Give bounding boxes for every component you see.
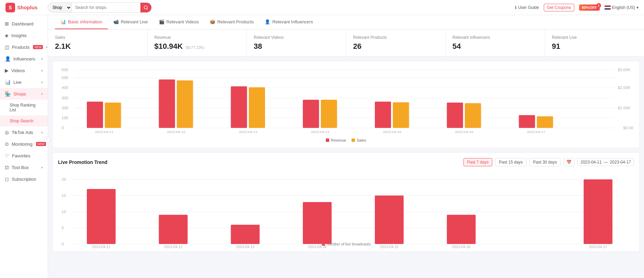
svg-text:2023-04-16: 2023-04-16	[455, 130, 473, 133]
svg-text:400: 400	[61, 86, 68, 90]
live-trend-svg: 0 5 10 15 20 2023-04-11 2023-04-12	[58, 170, 634, 249]
sidebar-item-label: Dashboard	[12, 21, 34, 26]
chevron-down-icon: ▾	[41, 166, 43, 169]
svg-text:0: 0	[61, 242, 64, 246]
svg-text:5: 5	[61, 226, 64, 230]
sidebar-item-products[interactable]: ◫ Products NEW ▾	[0, 41, 48, 53]
tab-label: Relevant Videos	[166, 19, 199, 24]
svg-point-0	[144, 5, 147, 9]
tab-relevant-live[interactable]: 📹 Relevant Live	[108, 15, 153, 29]
sidebar-item-favorites[interactable]: ♡ Favorites	[0, 150, 48, 162]
tab-icon: 📦	[210, 19, 215, 24]
legend-label: Sales	[357, 138, 366, 142]
svg-line-1	[147, 8, 148, 9]
past-30-days-button[interactable]: Past 30 days	[529, 158, 561, 166]
search-type-select[interactable]: Shop	[48, 3, 72, 12]
past-15-days-button[interactable]: Past 15 days	[495, 158, 526, 166]
discount-badge[interactable]: 80%OFF 1	[579, 4, 600, 11]
svg-text:0: 0	[61, 126, 64, 130]
get-coupons-button[interactable]: Get Coupons	[544, 4, 574, 11]
chevron-down-icon: ▾	[41, 69, 43, 73]
tabs-bar: 📊 Basic information 📹 Relevant Live 🎬 Re…	[48, 15, 644, 30]
bar-sales	[105, 103, 121, 128]
stat-value-row: $10.94K ($177.22K)	[154, 42, 240, 51]
sidebar-item-shop-search[interactable]: Shop Search	[0, 115, 48, 126]
sidebar-collapse-button[interactable]: ‹	[44, 136, 48, 142]
sidebar-item-toolbox[interactable]: ⊡ Tool Box ▾	[0, 162, 48, 173]
stat-value: 54	[452, 42, 538, 51]
search-button[interactable]	[140, 3, 151, 12]
logo[interactable]: S Shoplus	[5, 3, 43, 12]
sidebar-item-dashboard[interactable]: ⊞ Dashboard	[0, 18, 48, 30]
bar-revenue	[303, 100, 319, 128]
sidebar-item-insights[interactable]: ◈ Insights	[0, 30, 48, 41]
videos-icon: ▶	[5, 68, 9, 73]
stat-card-revenue: Revenue $10.94K ($177.22K)	[148, 30, 247, 56]
bar-sales	[321, 100, 337, 128]
legend-sales: Sales	[352, 138, 366, 142]
sidebar-item-tiktok-ads[interactable]: ◎ TikTok Ads ▾	[0, 126, 48, 138]
svg-text:$1.00K: $1.00K	[618, 106, 631, 110]
sidebar-item-influencers[interactable]: 👤 Influencers ▾	[0, 53, 48, 65]
svg-text:300: 300	[61, 96, 68, 100]
past-7-days-button[interactable]: Past 7 days	[463, 158, 493, 166]
tab-icon: 👤	[265, 19, 270, 24]
live-icon: 📊	[5, 79, 11, 85]
sidebar-item-videos[interactable]: ▶ Videos ▾	[0, 65, 48, 76]
nav-right: ℹ User Guide Get Coupons 80%OFF 1 Englis…	[515, 4, 639, 11]
bar-sales	[537, 116, 553, 128]
calendar-icon-button[interactable]: 📅	[563, 158, 575, 166]
svg-text:2023-04-14: 2023-04-14	[311, 130, 330, 133]
stat-label: Sales	[55, 35, 140, 40]
stat-card-relevant-products: Relevant Products 26	[346, 30, 446, 56]
svg-text:600: 600	[61, 68, 68, 71]
sidebar-item-shops[interactable]: 🏪 Shops ▾	[0, 88, 48, 100]
tiktok-ads-icon: ◎	[5, 130, 9, 135]
top-navigation: S Shoplus Shop ℹ User Guide Get Coupons …	[0, 0, 644, 15]
search-bar: Shop	[47, 2, 152, 13]
chart-legend: Revenue Sales	[58, 138, 634, 142]
svg-text:2023-04-16: 2023-04-16	[452, 245, 471, 249]
sidebar-item-subscription[interactable]: ◻ Subscription	[0, 173, 48, 185]
svg-text:100: 100	[61, 116, 68, 120]
insights-icon: ◈	[5, 33, 9, 38]
tab-relevant-influencers[interactable]: 👤 Relevant Influencers	[259, 15, 319, 29]
stat-value: 38	[254, 42, 339, 51]
tab-basic-information[interactable]: 📊 Basic information	[55, 15, 108, 29]
svg-text:2023-04-17: 2023-04-17	[527, 130, 545, 133]
sidebar-item-label: TikTok Ads	[12, 130, 33, 135]
revenue-sales-svg: 0 100 200 300 400 500 600 $0.00 $1.00K $…	[58, 67, 634, 135]
tab-label: Relevant Products	[217, 19, 254, 24]
chevron-down-icon: ▾	[41, 80, 43, 84]
user-guide-link[interactable]: ℹ User Guide	[515, 5, 539, 10]
logo-text: Shoplus	[17, 4, 37, 10]
sidebar-item-label: Insights	[11, 33, 27, 38]
svg-text:20: 20	[61, 177, 66, 181]
sidebar-item-live[interactable]: 📊 Live ▾	[0, 76, 48, 88]
revenue-sales-chart: 0 100 200 300 400 500 600 $0.00 $1.00K $…	[58, 67, 634, 135]
sidebar-item-label: Shop Ranking List	[10, 103, 43, 112]
search-input[interactable]	[72, 5, 140, 10]
svg-text:2023-04-13: 2023-04-13	[236, 245, 255, 249]
svg-text:2023-04-15: 2023-04-15	[383, 130, 401, 133]
tab-icon: 🎬	[159, 19, 164, 24]
tab-relevant-products[interactable]: 📦 Relevant Products	[204, 15, 259, 29]
tab-relevant-videos[interactable]: 🎬 Relevant Videos	[153, 15, 204, 29]
svg-text:500: 500	[61, 76, 68, 80]
sidebar-item-label: Influencers	[13, 56, 35, 62]
live-bar	[447, 215, 476, 244]
shops-icon: 🏪	[5, 91, 11, 97]
live-bar	[231, 225, 260, 244]
bar-revenue	[375, 102, 391, 128]
discount-notif: 1	[596, 3, 601, 8]
svg-text:10: 10	[61, 210, 66, 214]
stat-card-relevant-videos: Relevant Videos 38	[247, 30, 346, 56]
chevron-down-icon: ▾	[46, 45, 47, 49]
user-guide-icon: ℹ	[515, 5, 517, 10]
language-selector[interactable]: English (US) ▾	[605, 5, 639, 10]
sidebar-item-shop-ranking[interactable]: Shop Ranking List	[0, 100, 48, 115]
date-range-picker[interactable]: 2023-04-11 — 2023-04-17	[577, 158, 634, 166]
sidebar-item-monitoring[interactable]: ⊙ Monitoring NEW ▾	[0, 138, 48, 150]
svg-text:$3.00K: $3.00K	[618, 68, 631, 71]
legend-revenue: Revenue	[326, 138, 346, 142]
